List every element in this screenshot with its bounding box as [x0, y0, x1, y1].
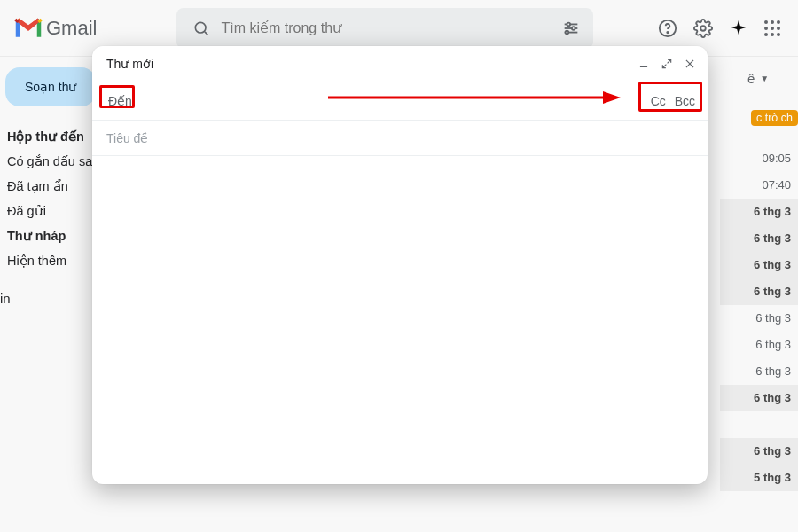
svg-point-7	[566, 30, 569, 34]
time-column: 09:05 07:40 6 thg 3 6 thg 3 6 thg 3 6 th…	[720, 145, 791, 491]
mail-row-time[interactable]: 6 thg 3	[720, 199, 798, 225]
to-input[interactable]	[143, 93, 645, 109]
help-icon[interactable]	[658, 19, 677, 38]
mail-row-time[interactable]	[720, 411, 791, 438]
sparkle-icon[interactable]	[729, 19, 748, 38]
language-indicator[interactable]: ê▼	[718, 57, 798, 99]
compose-body[interactable]	[92, 156, 708, 484]
chevron-down-icon: ▼	[760, 74, 769, 83]
mail-row-time[interactable]: 6 thg 3	[720, 278, 798, 305]
svg-point-9	[667, 31, 668, 32]
category-chip[interactable]: c trò ch	[751, 110, 798, 126]
bcc-button[interactable]: Bcc	[675, 94, 695, 108]
header-actions	[658, 19, 791, 38]
cc-button[interactable]: Cc	[651, 94, 666, 108]
svg-line-1	[205, 31, 208, 35]
svg-point-10	[700, 26, 706, 31]
expand-button[interactable]	[658, 55, 676, 73]
mail-list-right-edge: ê▼ c trò ch 09:05 07:40 6 thg 3 6 thg 3 …	[718, 57, 798, 532]
svg-point-0	[196, 22, 207, 33]
search-input[interactable]	[219, 20, 561, 37]
to-label: Đến	[105, 92, 136, 110]
compose-dialog: Thư mới Đến Cc Bcc	[92, 46, 708, 484]
minimize-button[interactable]	[635, 55, 653, 73]
settings-gear-icon[interactable]	[693, 19, 713, 38]
gmail-logo-icon	[12, 12, 44, 44]
search-bar[interactable]	[176, 8, 593, 49]
mail-row-time[interactable]: 6 thg 3	[720, 225, 798, 252]
compose-button[interactable]: Soạn thư	[5, 67, 96, 106]
subject-row[interactable]	[92, 121, 708, 156]
compose-title: Thư mới	[106, 57, 153, 71]
search-icon	[192, 20, 210, 37]
sidebar-truncated-label: in	[0, 291, 11, 306]
mail-row-time[interactable]: 09:05	[720, 145, 791, 172]
svg-point-6	[572, 27, 575, 30]
mail-row-time[interactable]: 6 thg 3	[720, 332, 791, 358]
mail-row-time[interactable]: 6 thg 3	[720, 385, 798, 411]
compose-titlebar: Thư mới	[92, 46, 708, 82]
mail-row-time[interactable]: 07:40	[720, 172, 791, 199]
search-options-icon[interactable]	[561, 19, 581, 38]
mail-row-time[interactable]: 5 thg 3	[720, 465, 798, 491]
close-button[interactable]	[681, 55, 699, 73]
recipients-row[interactable]: Đến Cc Bcc	[92, 82, 708, 121]
subject-input[interactable]	[105, 130, 695, 146]
mail-row-time[interactable]: 6 thg 3	[720, 252, 798, 278]
mail-row-time[interactable]: 6 thg 3	[720, 305, 791, 332]
product-name: Gmail	[46, 17, 97, 40]
svg-point-5	[567, 22, 571, 26]
mail-row-time[interactable]: 6 thg 3	[720, 358, 791, 385]
google-apps-icon[interactable]	[764, 20, 780, 36]
mail-row-time[interactable]: 6 thg 3	[720, 438, 798, 465]
